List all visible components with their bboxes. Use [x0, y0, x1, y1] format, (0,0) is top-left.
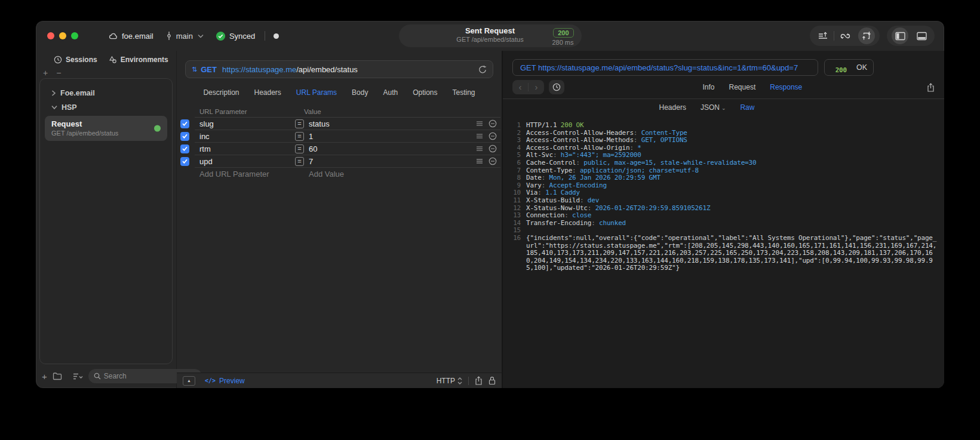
column-value: Value [304, 108, 321, 115]
share-icon [475, 376, 483, 385]
tab-headers[interactable]: Headers [659, 103, 686, 112]
param-value[interactable]: status [309, 119, 330, 128]
tab-testing[interactable]: Testing [453, 88, 475, 97]
url-params-table: URL Parameter Value slug = status inc = … [177, 106, 502, 180]
param-enabled-checkbox[interactable] [180, 119, 189, 128]
drag-handle-icon[interactable] [476, 146, 483, 152]
request-list-item[interactable]: Request GET /api/embed/status [45, 116, 167, 141]
tab-description[interactable]: Description [203, 88, 239, 97]
toggle-bottom-panel-button[interactable] [911, 26, 932, 46]
close-window-button[interactable] [47, 32, 54, 39]
sidebar-panel-icon [895, 32, 905, 41]
param-enabled-checkbox[interactable] [180, 132, 189, 141]
param-enabled-checkbox[interactable] [180, 157, 189, 166]
protocol-selector[interactable]: HTTP [437, 377, 462, 385]
param-value[interactable]: 7 [309, 157, 313, 166]
bottom-panel-icon [917, 32, 927, 41]
request-status-dot [154, 125, 161, 132]
param-name[interactable]: upd [199, 157, 213, 166]
share-request-button[interactable] [475, 376, 483, 385]
toggle-sidebar-button[interactable] [889, 26, 911, 46]
drag-handle-icon[interactable] [476, 133, 483, 139]
line-number: 16 [508, 235, 521, 272]
request-duration: 280 ms [552, 39, 573, 46]
response-top-row: GET https://statuspage.me/api/embed/stat… [503, 51, 944, 76]
param-enabled-checkbox[interactable] [180, 144, 189, 153]
history-back-button[interactable]: ‹ [512, 81, 528, 94]
add-param-value-placeholder[interactable]: Add Value [309, 170, 344, 179]
tab-sessions[interactable]: Sessions [54, 56, 97, 64]
remove-param-icon[interactable] [489, 157, 497, 165]
tab-info[interactable]: Info [703, 83, 715, 91]
tab-options[interactable]: Options [413, 88, 437, 97]
history-button[interactable] [549, 80, 564, 94]
window-controls [47, 32, 78, 39]
method-selector[interactable]: GET [201, 65, 217, 74]
url-param-row: slug = status [195, 118, 500, 130]
param-value[interactable]: 60 [309, 144, 317, 153]
sync-status[interactable]: Synced [216, 31, 255, 41]
sort-filter-button[interactable] [73, 373, 83, 380]
response-raw-view[interactable]: 1 HTTP/1.1 200 OK 2 Access-Control-Allow… [503, 116, 944, 388]
app-window: foe.email main Synced Sent Request GET /… [36, 21, 944, 388]
param-name[interactable]: rtm [199, 144, 211, 153]
request-status-pill[interactable]: Sent Request GET /api/embed/status 200 2… [399, 24, 582, 47]
url-bar[interactable]: ⇅ GET https://statuspage.me/api/embed/st… [185, 60, 493, 78]
export-response-button[interactable] [927, 83, 935, 92]
param-name[interactable]: inc [199, 132, 210, 141]
add-session-button[interactable]: + [43, 69, 48, 78]
remove-session-button[interactable]: − [56, 69, 61, 78]
request-item-subtitle: GET /api/embed/status [51, 130, 161, 137]
share-icon [927, 83, 935, 92]
drag-handle-icon[interactable] [476, 121, 483, 127]
session-controls: + − [36, 69, 176, 78]
zoom-window-button[interactable] [71, 32, 78, 39]
send-receive-button[interactable] [856, 26, 877, 46]
collapse-panel-button[interactable]: ▲ [183, 376, 195, 386]
branch-name: main [176, 32, 193, 41]
resend-request-button[interactable] [478, 65, 487, 74]
add-request-button[interactable]: + [42, 372, 47, 381]
group-label: Foe.email [60, 89, 95, 97]
response-subtabs: HeadersJSON⌄Raw [659, 103, 755, 112]
remove-param-icon[interactable] [489, 144, 497, 153]
request-list-button[interactable] [812, 26, 834, 46]
branch-selector[interactable]: main [165, 31, 204, 41]
request-url[interactable]: https://statuspage.me/api/embed/status [222, 65, 358, 74]
tab-raw[interactable]: Raw [740, 103, 754, 112]
remove-param-icon[interactable] [489, 119, 497, 128]
add-param-row[interactable]: Add URL Parameter Add Value [195, 168, 500, 180]
tab-environments[interactable]: Environments [108, 56, 168, 64]
add-param-name-placeholder[interactable]: Add URL Parameter [199, 170, 269, 179]
tab-request[interactable]: Request [729, 83, 756, 91]
sidebar: Sessions Environments + − Foe.email H [36, 51, 177, 388]
tree-group-foe-email[interactable]: Foe.email [43, 86, 169, 100]
line-number: 11 [508, 197, 521, 205]
history-forward-button[interactable]: › [529, 81, 544, 94]
new-folder-button[interactable] [53, 372, 62, 380]
lock-button[interactable] [489, 376, 496, 385]
tab-auth[interactable]: Auth [383, 88, 398, 97]
remove-param-icon[interactable] [489, 132, 497, 140]
preview-button[interactable]: </> Preview [205, 377, 245, 385]
shapes-icon [108, 56, 117, 64]
compare-button[interactable] [834, 26, 856, 46]
response-json-body: {"incidents":null,"overall":{"code":"ope… [526, 235, 937, 272]
param-name[interactable]: slug [199, 119, 214, 128]
project-selector[interactable]: foe.email [108, 32, 153, 41]
minimize-window-button[interactable] [59, 32, 66, 39]
loop-arrows-icon [840, 32, 850, 41]
tree-group-hsp[interactable]: HSP [43, 100, 169, 115]
tab-headers[interactable]: Headers [254, 88, 281, 97]
tab-response[interactable]: Response [770, 83, 802, 91]
filter-list-icon [73, 373, 83, 380]
drag-handle-icon[interactable] [476, 158, 483, 164]
tab-body[interactable]: Body [352, 88, 368, 97]
sent-request-line[interactable]: GET https://statuspage.me/api/embed/stat… [512, 59, 818, 76]
titlebar: foe.email main Synced Sent Request GET /… [36, 21, 944, 51]
synced-check-icon [216, 31, 226, 41]
sidebar-toolbar: + [36, 364, 176, 388]
tab-url-params[interactable]: URL Params [296, 88, 337, 97]
param-value[interactable]: 1 [309, 132, 313, 141]
tab-json[interactable]: JSON⌄ [701, 103, 726, 112]
